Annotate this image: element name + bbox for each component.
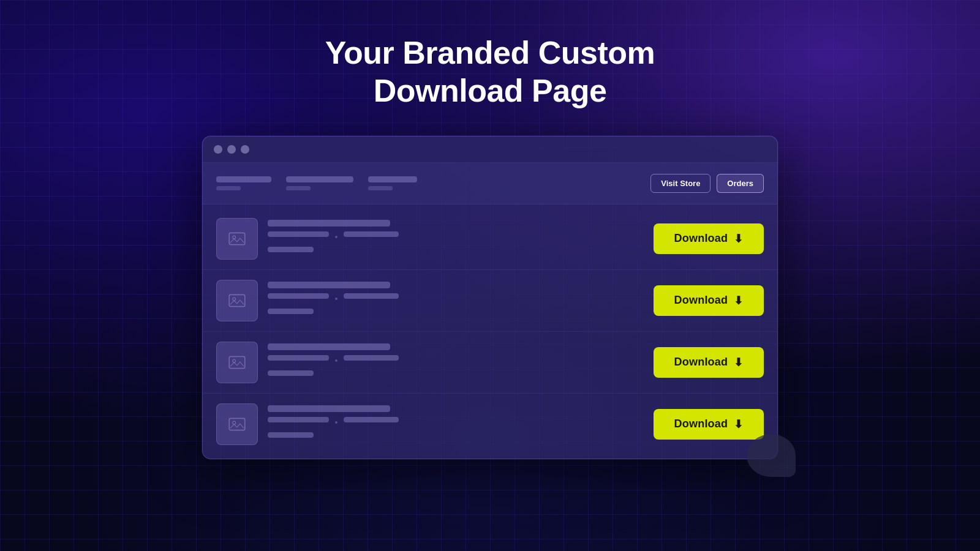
download-button-1[interactable]: Download ⬇ [654,223,764,254]
download-item-3: Download ⬇ [203,332,777,394]
item-thumbnail-2 [216,280,258,321]
item-title-bar-3 [268,343,390,350]
download-item-1: Download ⬇ [203,208,777,270]
item-meta-1c [268,247,314,252]
item-meta-3c [268,370,314,376]
download-button-4[interactable]: Download ⬇ [654,409,764,440]
browser-window: Visit Store Orders [202,136,778,459]
download-list: Download ⬇ [203,204,777,459]
window-controls [214,145,249,154]
nav-placeholder-1 [216,176,271,182]
nav-sub-1 [216,186,241,190]
item-info-3 [268,343,644,381]
download-label-1: Download [674,232,728,245]
nav-actions: Visit Store Orders [650,174,764,193]
item-meta-row2-4 [268,432,644,443]
item-thumbnail-3 [216,342,258,383]
close-dot [214,145,222,154]
nav-item-2 [286,176,353,190]
item-meta-row-1 [268,231,644,242]
download-label-3: Download [674,356,728,369]
maximize-dot [241,145,249,154]
item-meta-2a [268,293,329,299]
item-title-bar-1 [268,220,390,227]
download-button-3[interactable]: Download ⬇ [654,347,764,378]
download-icon-4: ⬇ [734,418,743,431]
sep-2a [335,298,337,300]
image-placeholder-icon-3 [227,353,247,372]
orders-button[interactable]: Orders [717,174,764,193]
visit-store-button[interactable]: Visit Store [650,174,710,193]
browser-content: Visit Store Orders [203,163,777,459]
item-info-4 [268,405,644,443]
svg-rect-4 [229,356,245,368]
item-title-bar-4 [268,405,390,412]
item-meta-3b [344,355,399,361]
download-icon-2: ⬇ [734,294,743,307]
sep-3a [335,359,337,362]
minimize-dot [227,145,236,154]
nav-item-1 [216,176,271,190]
image-placeholder-icon-1 [227,229,247,249]
download-item-2: Download ⬇ [203,270,777,332]
item-info-1 [268,220,644,257]
svg-rect-0 [229,233,245,244]
item-meta-row-3 [268,355,644,365]
item-meta-row2-1 [268,247,644,257]
download-icon-3: ⬇ [734,356,743,369]
nav-bar: Visit Store Orders [203,163,777,204]
item-info-2 [268,282,644,319]
main-content: Your Branded Custom Download Page [0,0,980,459]
item-meta-row-2 [268,293,644,304]
item-title-bar-2 [268,282,390,288]
item-meta-3a [268,355,329,361]
download-icon-1: ⬇ [734,232,743,246]
svg-rect-6 [229,418,245,430]
download-item-4: Download ⬇ [203,394,777,455]
item-meta-4b [344,417,399,422]
nav-item-3 [368,176,417,190]
svg-rect-2 [229,294,245,306]
nav-sub-2 [286,186,311,190]
sep-1a [335,236,337,238]
nav-sub-3 [368,186,393,190]
nav-placeholder-2 [286,176,353,182]
item-meta-row2-3 [268,370,644,381]
item-meta-row2-2 [268,309,644,319]
item-meta-4a [268,417,329,422]
nav-links [216,176,417,190]
nav-placeholder-3 [368,176,417,182]
sep-4a [335,421,337,424]
item-meta-1b [344,231,399,237]
download-button-2[interactable]: Download ⬇ [654,285,764,316]
page-heading: Your Branded Custom Download Page [325,34,655,110]
download-label-2: Download [674,294,728,307]
download-label-4: Download [674,418,728,430]
item-meta-2b [344,293,399,299]
chat-bubble-decoration [747,434,796,477]
item-thumbnail-1 [216,218,258,260]
item-meta-row-4 [268,417,644,427]
title-bar [203,137,777,163]
item-meta-4c [268,432,314,438]
item-meta-2c [268,309,314,314]
image-placeholder-icon-4 [227,414,247,434]
item-meta-1a [268,231,329,237]
image-placeholder-icon-2 [227,291,247,310]
item-thumbnail-4 [216,403,258,445]
